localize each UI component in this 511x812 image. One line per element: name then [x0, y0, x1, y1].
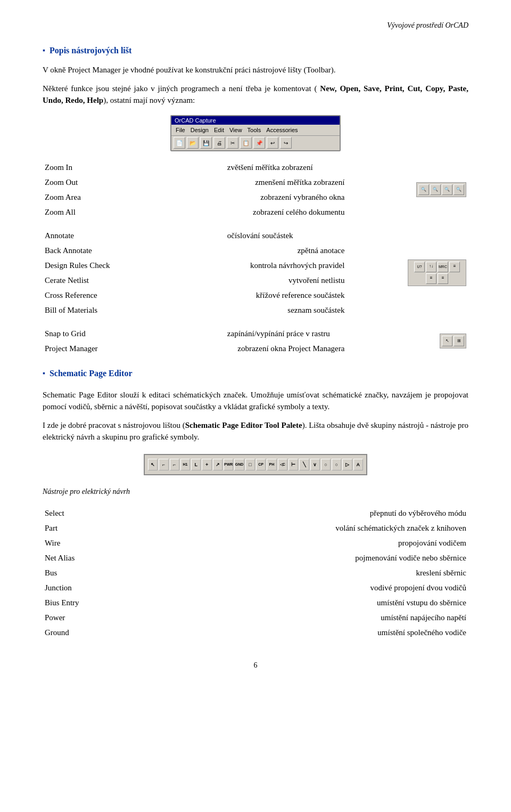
tool-biusentry-desc: umístění vstupu do sběrnice: [271, 595, 468, 610]
table-row: Bus kreslení sběrnic: [43, 565, 468, 580]
netlist-desc: vytvoření netlistu: [225, 273, 347, 288]
annotate-toolbar-icon: U? ↑↓ MRC ≡ ≡ ≡: [347, 228, 468, 318]
section1-title: Popis nástrojových lišt: [43, 46, 468, 55]
tool-h1: H1: [180, 459, 190, 470]
pm-desc: zobrazení okna Project Managera: [225, 341, 347, 356]
annotate-label: Annotate: [43, 228, 225, 243]
ann-icon-2: ↑↓: [426, 262, 436, 272]
menu-accessories: Accessories: [264, 127, 300, 133]
tool-biusentry-label: Bius Entry: [43, 595, 271, 610]
drc-desc: kontrola návrhových pravidel: [225, 258, 347, 273]
ann-icon-5: ≡: [426, 273, 436, 284]
pm-label: Project Manager: [43, 341, 225, 356]
menu-edit: Edit: [212, 127, 226, 133]
tool-arrow: ↗: [213, 459, 222, 470]
ann-icon-4: ≡: [449, 262, 460, 272]
tool-part-label: Part: [43, 521, 271, 535]
section1-para2: Některé funkce jsou stejné jako v jiných…: [43, 83, 468, 107]
table-row: Part volání schématických značek z kniho…: [43, 521, 468, 535]
tool-cp: CP: [256, 459, 266, 470]
zoom-icon-3: 🔍: [442, 184, 452, 195]
table-row: Annotate očíslování součástek U? ↑↓ MRC …: [43, 228, 468, 243]
tool-sym3: ∨: [310, 459, 320, 470]
tool-wire1: ⌐: [170, 459, 179, 470]
table-row: Ground umístění společného vodiče: [43, 625, 468, 640]
zoom-in-label: Zoom In: [43, 160, 225, 175]
drc-label: Design Rules Check: [43, 258, 225, 273]
toolbar-menubar: File Design Edit View Tools Accessories: [171, 125, 340, 136]
tool-caption: Nástroje pro elektrický návrh: [43, 486, 468, 497]
ann-icon-6: ≡: [438, 273, 448, 284]
table-row: Select přepnutí do výběrového módu: [43, 506, 468, 521]
icon-new: 📄: [174, 137, 185, 149]
icon-print: 🖨: [213, 137, 225, 149]
tool-netalias-desc: pojmenování vodiče nebo sběrnice: [271, 550, 468, 565]
zoom-area-label: Zoom Area: [43, 190, 225, 205]
snap-icon-2: ⊞: [454, 336, 464, 346]
tool-sym1: ⊢: [289, 459, 298, 470]
icon-paste: 📌: [253, 137, 265, 149]
tool-kc: ◁C: [278, 459, 287, 470]
zoom-in-desc: zvětšení měřítka zobrazení: [225, 160, 347, 175]
snap-table: Snap to Grid zapínání/vypínání práce v r…: [43, 326, 468, 356]
tool-wire-desc: propojování vodičem: [271, 535, 468, 550]
ann-icon-3: MRC: [438, 262, 448, 272]
tool-select: ↖: [148, 459, 158, 470]
tool-part-desc: volání schématických značek z knihoven: [271, 521, 468, 535]
toolbar-icons-row: 📄 📂 💾 🖨 ✂ 📋 📌 ↩ ↪: [171, 136, 340, 150]
tool-ph: PH: [267, 459, 276, 470]
icon-open: 📂: [187, 137, 199, 149]
zoom-icon-4: 🔍: [454, 184, 464, 195]
table-row: Snap to Grid zapínání/vypínání práce v r…: [43, 326, 468, 341]
tool-pwr: PWR: [224, 459, 233, 470]
tool-l: L: [191, 459, 201, 470]
section2-para1: Schematic Page Editor slouží k editaci s…: [43, 389, 468, 413]
toolbar-title-bar: OrCAD Capture: [171, 116, 340, 125]
icon-save: 💾: [200, 137, 212, 149]
tool-text: A: [353, 459, 363, 470]
zoom-area-desc: zobrazení vybraného okna: [225, 190, 347, 205]
tool-sym4: ○: [321, 459, 331, 470]
snap-label: Snap to Grid: [43, 326, 225, 341]
table-row: Zoom In zvětšení měřítka zobrazení 🔍 🔍 🔍…: [43, 160, 468, 175]
zoom-icon-2: 🔍: [430, 184, 441, 195]
zoom-all-label: Zoom All: [43, 205, 225, 220]
annotate-table: Annotate očíslování součástek U? ↑↓ MRC …: [43, 228, 468, 318]
icon-undo: ↩: [267, 137, 278, 149]
zoom-out-label: Zoom Out: [43, 175, 225, 190]
zoom-toolbar-icon: 🔍 🔍 🔍 🔍: [347, 160, 468, 220]
crossref-desc: křížové reference součástek: [225, 288, 347, 303]
tool-ground-label: Ground: [43, 625, 271, 640]
zoom-all-desc: zobrazení celého dokumentu: [225, 205, 347, 220]
section2-title: Schematic Page Editor: [43, 369, 468, 378]
tool-bus: □: [245, 459, 255, 470]
snap-toolbar-icon: ↖ ⊞: [347, 326, 468, 356]
tools-table: Select přepnutí do výběrového módu Part …: [43, 506, 468, 640]
back-annotate-desc: zpětná anotace: [225, 243, 347, 258]
tool-ground-desc: umístění společného vodiče: [271, 625, 468, 640]
tool-junction-desc: vodivé propojení dvou vodičů: [271, 580, 468, 595]
netlist-label: Cerate Netlist: [43, 273, 225, 288]
tool-bus-label: Bus: [43, 565, 271, 580]
section2-para3: I zde je dobré pracovat s nástrojovou li…: [43, 419, 468, 443]
menu-view: View: [227, 127, 244, 133]
tool-palette-image: ↖ ⌐ ⌐ H1 L + ↗ PWR GND □ CP PH ◁C ⊢ ╲ ∨ …: [144, 454, 367, 475]
page-number: 6: [43, 661, 468, 670]
tool-power-label: Power: [43, 610, 271, 625]
tool-sym2: ╲: [299, 459, 309, 470]
tool-select-desc: přepnutí do výběrového módu: [271, 506, 468, 521]
tool-bus-desc: kreslení sběrnic: [271, 565, 468, 580]
page-header: Vývojové prostředí OrCAD: [43, 21, 468, 30]
snap-desc: zapínání/vypínání práce v rastru: [225, 326, 347, 341]
table-row: Net Alias pojmenování vodiče nebo sběrni…: [43, 550, 468, 565]
annotate-desc: očíslování součástek: [225, 228, 347, 243]
icon-copy: 📋: [240, 137, 252, 149]
ann-icon-1: U?: [414, 262, 425, 272]
tool-sym6: ▷: [342, 459, 352, 470]
tool-junction-label: Junction: [43, 580, 271, 595]
icon-redo: ↪: [280, 137, 292, 149]
tool-gnd: GND: [234, 459, 244, 470]
snap-icon-1: ↖: [442, 336, 452, 346]
menu-tools: Tools: [245, 127, 263, 133]
bom-label: Bill of Materials: [43, 303, 225, 318]
